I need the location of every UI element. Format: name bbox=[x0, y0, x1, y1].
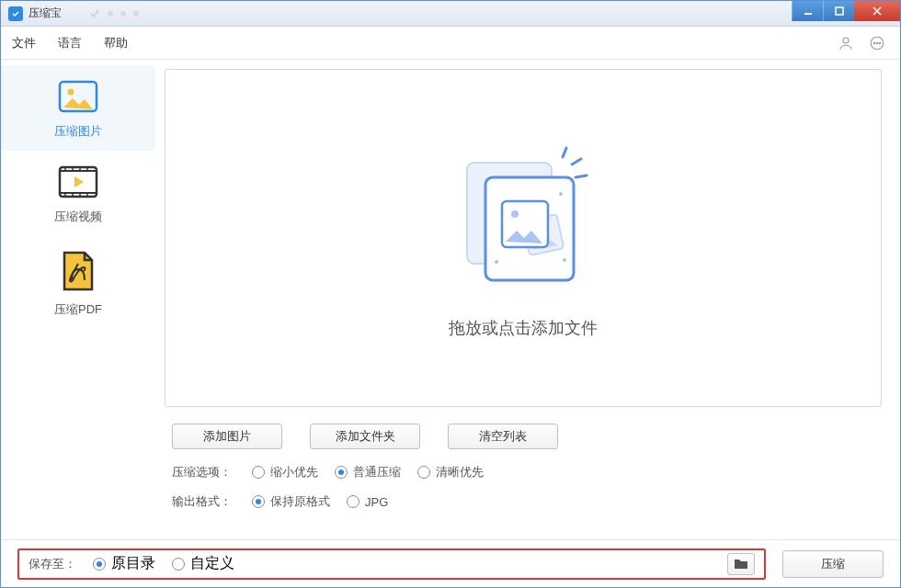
titlebar-ghost bbox=[89, 8, 139, 19]
compress-option-row: 压缩选项： 缩小优先 普通压缩 清晰优先 bbox=[172, 464, 874, 481]
svg-point-27 bbox=[495, 260, 498, 264]
action-row: 添加图片 添加文件夹 清空列表 bbox=[165, 407, 882, 460]
body-area: 压缩图片 压缩视频 压缩PDF bbox=[1, 60, 900, 539]
sidebar-item-video[interactable]: 压缩视频 bbox=[1, 151, 155, 236]
menubar-right bbox=[838, 35, 885, 51]
radio-size-priority[interactable]: 缩小优先 bbox=[252, 464, 318, 481]
drop-text: 拖放或点击添加文件 bbox=[449, 317, 598, 339]
radio-jpg[interactable]: JPG bbox=[347, 495, 388, 509]
save-to-group: 保存至： 原目录 自定义 bbox=[17, 548, 766, 580]
svg-point-3 bbox=[843, 38, 849, 43]
maximize-button[interactable] bbox=[823, 1, 854, 21]
menu-file[interactable]: 文件 bbox=[12, 35, 36, 51]
clear-list-button[interactable]: 清空列表 bbox=[448, 424, 558, 449]
app-icon bbox=[8, 6, 23, 21]
svg-point-13 bbox=[72, 168, 74, 170]
drop-zone[interactable]: 拖放或点击添加文件 bbox=[165, 69, 882, 407]
svg-point-9 bbox=[68, 89, 74, 96]
svg-point-7 bbox=[879, 42, 881, 44]
radio-label: 普通压缩 bbox=[353, 464, 401, 481]
options-panel: 压缩选项： 缩小优先 普通压缩 清晰优先 输出格式： 保持原格式 JPG bbox=[165, 460, 882, 539]
menubar: 文件 语言 帮助 bbox=[1, 27, 900, 60]
feedback-icon[interactable] bbox=[869, 35, 885, 51]
window-controls bbox=[792, 1, 900, 21]
radio-label: 清晰优先 bbox=[436, 464, 484, 481]
format-option-label: 输出格式： bbox=[172, 493, 232, 510]
format-option-row: 输出格式： 保持原格式 JPG bbox=[172, 493, 874, 510]
titlebar: 压缩宝 bbox=[1, 1, 900, 27]
user-icon[interactable] bbox=[838, 35, 854, 51]
svg-point-5 bbox=[873, 42, 875, 44]
radio-label: 原目录 bbox=[111, 554, 155, 573]
app-window: 压缩宝 文件 语言 帮助 压缩图片 压缩视频 bbox=[0, 0, 901, 588]
close-button[interactable] bbox=[854, 1, 900, 21]
svg-point-15 bbox=[86, 168, 88, 170]
pdf-compress-icon bbox=[61, 251, 96, 291]
sidebar: 压缩图片 压缩视频 压缩PDF bbox=[1, 60, 155, 539]
minimize-button[interactable] bbox=[792, 1, 823, 21]
add-folder-button[interactable]: 添加文件夹 bbox=[310, 424, 420, 449]
svg-point-19 bbox=[86, 194, 88, 196]
sidebar-item-label: 压缩图片 bbox=[54, 124, 102, 138]
sidebar-item-pdf[interactable]: 压缩PDF bbox=[1, 236, 155, 329]
svg-point-6 bbox=[876, 42, 878, 44]
radio-custom-dir[interactable]: 自定义 bbox=[172, 554, 234, 573]
radio-label: 缩小优先 bbox=[270, 464, 318, 481]
svg-point-18 bbox=[79, 194, 81, 196]
radio-label: 自定义 bbox=[190, 554, 234, 573]
image-compress-icon bbox=[58, 80, 98, 113]
svg-point-17 bbox=[72, 194, 74, 196]
svg-point-16 bbox=[64, 194, 66, 196]
menu-help[interactable]: 帮助 bbox=[104, 35, 128, 51]
radio-label: 保持原格式 bbox=[270, 493, 330, 510]
svg-rect-2 bbox=[836, 7, 843, 15]
svg-point-28 bbox=[563, 258, 566, 262]
folder-icon bbox=[734, 558, 748, 570]
bottom-bar: 保存至： 原目录 自定义 压缩 bbox=[1, 539, 900, 587]
svg-point-14 bbox=[79, 168, 81, 170]
browse-folder-button[interactable] bbox=[727, 553, 755, 575]
radio-label: JPG bbox=[365, 495, 388, 509]
video-compress-icon bbox=[58, 165, 98, 198]
save-to-label: 保存至： bbox=[29, 556, 76, 572]
sidebar-item-image[interactable]: 压缩图片 bbox=[1, 65, 155, 151]
drop-illustration-icon bbox=[445, 137, 601, 293]
radio-normal-compress[interactable]: 普通压缩 bbox=[335, 464, 401, 481]
menu-language[interactable]: 语言 bbox=[58, 35, 82, 51]
compress-option-label: 压缩选项： bbox=[172, 464, 232, 481]
radio-clarity-priority[interactable]: 清晰优先 bbox=[417, 464, 484, 481]
sidebar-item-label: 压缩视频 bbox=[54, 209, 102, 223]
radio-keep-format[interactable]: 保持原格式 bbox=[252, 493, 330, 510]
svg-rect-1 bbox=[804, 13, 812, 15]
main-panel: 拖放或点击添加文件 添加图片 添加文件夹 清空列表 压缩选项： 缩小优先 普通压… bbox=[155, 60, 900, 539]
add-image-button[interactable]: 添加图片 bbox=[172, 424, 282, 449]
svg-point-25 bbox=[511, 210, 519, 218]
sidebar-item-label: 压缩PDF bbox=[54, 302, 102, 316]
svg-point-12 bbox=[64, 168, 66, 170]
app-title: 压缩宝 bbox=[29, 6, 62, 21]
svg-point-26 bbox=[559, 192, 563, 196]
compress-button[interactable]: 压缩 bbox=[782, 550, 884, 578]
radio-original-dir[interactable]: 原目录 bbox=[93, 554, 155, 573]
